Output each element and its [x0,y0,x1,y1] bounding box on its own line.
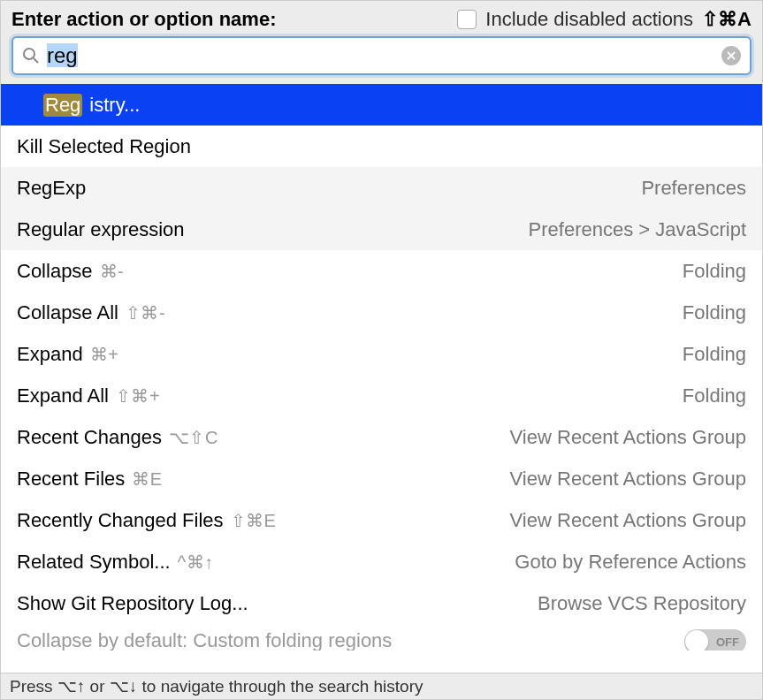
result-group: View Recent Actions Group [510,509,746,532]
toggle-knob [685,630,708,651]
result-label: Expand All [17,384,109,407]
result-row[interactable]: Collapse All ⇧⌘- Folding [1,292,762,333]
result-row[interactable]: Collapse by default: Custom folding regi… [1,624,762,651]
result-label: Related Symbol... [17,551,171,574]
result-label: Recent Changes [17,426,162,449]
result-group: Goto by Reference Actions [515,551,746,574]
result-label: RegExp [17,177,86,200]
result-row[interactable]: Registry... [1,84,762,126]
search-icon [22,47,40,65]
include-disabled-shortcut: ⇧⌘A [702,8,752,31]
result-row[interactable]: Show Git Repository Log... Browse VCS Re… [1,582,762,624]
include-disabled-checkbox[interactable] [457,10,477,29]
result-shortcut: ⇧⌘E [231,510,277,531]
result-row[interactable]: Regular expression Preferences > JavaScr… [1,209,762,250]
result-label-rest: istry... [89,94,140,117]
include-disabled-label: Include disabled actions [485,8,693,31]
result-label: Recent Files [17,468,125,491]
result-shortcut: ⌘- [100,261,125,282]
result-group: Folding [683,343,746,366]
footer-hint-text: Press ⌥↑ or ⌥↓ to navigate through the s… [10,676,423,696]
match-highlight: Reg [43,94,82,117]
result-shortcut: ⌘+ [90,344,119,365]
result-row[interactable]: Expand ⌘+ Folding [1,333,762,375]
result-group: Preferences [641,177,746,200]
result-shortcut: ⇧⌘- [126,302,165,323]
result-group: Folding [683,260,746,283]
result-shortcut: ⇧⌘+ [116,385,160,407]
search-text: reg [47,43,714,68]
toggle-switch[interactable]: OFF [684,629,746,651]
result-label: Regular expression [17,218,185,241]
footer-hint: Press ⌥↑ or ⌥↓ to navigate through the s… [1,673,762,699]
svg-line-1 [34,58,38,63]
result-shortcut: ⌥⇧C [169,427,218,448]
result-group: View Recent Actions Group [510,426,746,449]
result-label: Recently Changed Files [17,509,224,532]
result-shortcut: ⌘E [132,468,162,490]
result-label: Collapse [17,260,93,283]
toggle-state-label: OFF [716,635,739,649]
result-label: Collapse All [17,301,118,324]
result-shortcut: ^⌘↑ [178,552,214,573]
result-group: Browse VCS Repository [538,592,746,615]
result-row[interactable]: Recent Files ⌘E View Recent Actions Grou… [1,458,762,499]
result-group: Folding [683,301,746,324]
svg-point-0 [24,49,34,59]
header-bar: Enter action or option name: Include dis… [1,1,762,36]
result-label: Kill Selected Region [17,135,191,158]
result-row[interactable]: Recent Changes ⌥⇧C View Recent Actions G… [1,416,762,458]
header-prompt: Enter action or option name: [11,8,276,31]
results-list[interactable]: Registry... Kill Selected Region RegExp … [1,84,762,673]
result-row[interactable]: Collapse ⌘- Folding [1,250,762,292]
result-row[interactable]: Expand All ⇧⌘+ Folding [1,375,762,416]
search-input[interactable]: reg [11,36,752,75]
result-label: Show Git Repository Log... [17,592,248,615]
result-row[interactable]: RegExp Preferences [1,167,762,209]
result-group: View Recent Actions Group [510,468,746,491]
result-row[interactable]: Kill Selected Region [1,126,762,167]
result-label: Collapse by default: Custom folding regi… [17,629,392,651]
search-wrap: reg [1,36,762,84]
result-label: Expand [17,343,83,366]
result-row[interactable]: Recently Changed Files ⇧⌘E View Recent A… [1,499,762,541]
result-group: Preferences > JavaScript [529,218,746,241]
clear-search-button[interactable] [721,46,741,65]
result-row[interactable]: Related Symbol... ^⌘↑ Goto by Reference … [1,541,762,582]
result-group: Folding [683,384,746,407]
